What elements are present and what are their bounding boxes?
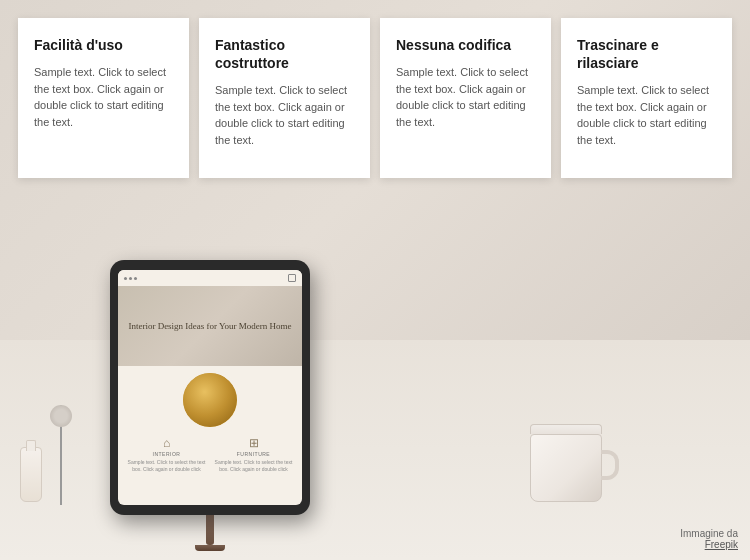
tablet-circle-image <box>180 370 240 430</box>
mug-top <box>530 424 602 434</box>
card-4-body: Sample text. Click to select the text bo… <box>577 82 716 148</box>
tablet-header-text: Interior Design Ideas for Your Modern Ho… <box>118 320 301 333</box>
tablet-screen: Interior Design Ideas for Your Modern Ho… <box>118 270 302 505</box>
vase-left <box>20 447 42 502</box>
tablet-icon-interior: ⌂ INTERIOR Sample text. Click to select … <box>126 436 207 473</box>
furniture-icon: ⊞ <box>213 436 294 451</box>
vase-body <box>20 447 42 502</box>
card-2-title: Fantastico costruttore <box>215 36 354 72</box>
furniture-sample-text: Sample text. Click to select the text bo… <box>213 459 294 473</box>
interior-sample-text: Sample text. Click to select the text bo… <box>126 459 207 473</box>
freepik-link[interactable]: Freepik <box>680 539 738 550</box>
card-3-title: Nessuna codifica <box>396 36 535 54</box>
tablet-dot-1 <box>124 277 127 280</box>
card-4-title: Trascinare e rilasciare <box>577 36 716 72</box>
feature-card-2[interactable]: Fantastico costruttore Sample text. Clic… <box>199 18 370 178</box>
tablet-frame: Interior Design Ideas for Your Modern Ho… <box>110 260 310 515</box>
card-2-body: Sample text. Click to select the text bo… <box>215 82 354 148</box>
feature-card-4[interactable]: Trascinare e rilasciare Sample text. Cli… <box>561 18 732 178</box>
tablet-dot-2 <box>129 277 132 280</box>
furniture-label: FURNITURE <box>213 451 294 457</box>
interior-icon: ⌂ <box>126 436 207 451</box>
tablet-container: Interior Design Ideas for Your Modern Ho… <box>110 260 310 515</box>
card-3-body: Sample text. Click to select the text bo… <box>396 64 535 130</box>
plant-stem <box>60 405 62 505</box>
tablet-header-image: Interior Design Ideas for Your Modern Ho… <box>118 286 302 366</box>
tablet-stand-base <box>195 545 225 551</box>
tablet-circle-inner <box>183 373 237 427</box>
tablet-stand <box>206 515 214 545</box>
tablet-icons-row: ⌂ INTERIOR Sample text. Click to select … <box>126 436 294 473</box>
card-1-body: Sample text. Click to select the text bo… <box>34 64 173 130</box>
tablet-content-area: ⌂ INTERIOR Sample text. Click to select … <box>118 366 302 477</box>
coffee-mug <box>530 424 602 502</box>
attribution-label: Immagine da <box>680 528 738 539</box>
dandelion-plant <box>60 405 62 505</box>
mug-body <box>530 434 602 502</box>
tablet-icon-furniture: ⊞ FURNITURE Sample text. Click to select… <box>213 436 294 473</box>
attribution: Immagine da Freepik <box>680 528 738 550</box>
tablet-dot-3 <box>134 277 137 280</box>
card-1-title: Facilità d'uso <box>34 36 173 54</box>
interior-label: INTERIOR <box>126 451 207 457</box>
feature-card-3[interactable]: Nessuna codifica Sample text. Click to s… <box>380 18 551 178</box>
tablet-dots <box>124 274 137 282</box>
mug-handle <box>601 450 619 480</box>
cards-row: Facilità d'uso Sample text. Click to sel… <box>18 18 732 178</box>
lock-icon <box>288 274 296 282</box>
page-wrapper: Facilità d'uso Sample text. Click to sel… <box>0 0 750 560</box>
tablet-top-bar <box>118 270 302 286</box>
feature-card-1[interactable]: Facilità d'uso Sample text. Click to sel… <box>18 18 189 178</box>
